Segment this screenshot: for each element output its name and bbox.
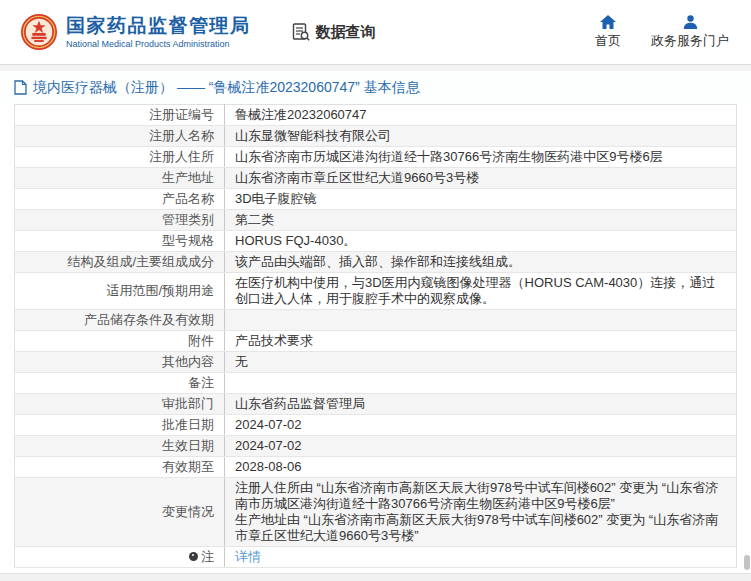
row-value: 该产品由头端部、插入部、操作部和连接线组成。 <box>225 252 737 273</box>
table-row: 注详情 <box>15 547 737 568</box>
row-label: 注 <box>15 547 225 568</box>
agency-name-en: National Medical Products Administration <box>66 39 251 49</box>
nav-home-label: 首页 <box>595 32 621 50</box>
table-row: 备注 <box>15 373 737 394</box>
row-label: 其他内容 <box>15 352 225 373</box>
row-label: 审批部门 <box>15 394 225 415</box>
row-value: 山东省济南市历城区港沟街道经十路30766号济南生物医药港中区9号楼6层 <box>225 147 737 168</box>
row-value: 山东省药品监督管理局 <box>225 394 737 415</box>
row-label: 生产地址 <box>15 168 225 189</box>
row-value: 注册人住所由 “山东省济南市高新区天辰大街978号中试车间楼602” 变更为 “… <box>225 478 737 547</box>
table-row: 产品名称3D电子腹腔镜 <box>15 189 737 210</box>
table-row: 型号规格HORUS FQJ-4030。 <box>15 231 737 252</box>
table-row: 管理类别第二类 <box>15 210 737 231</box>
table-row: 注册证编号鲁械注准20232060747 <box>15 105 737 126</box>
table-row: 有效期至2028-08-06 <box>15 457 737 478</box>
row-value: 山东省济南市章丘区世纪大道9660号3号楼 <box>225 168 737 189</box>
nav-home[interactable]: 首页 <box>595 15 621 50</box>
row-label: 变更情况 <box>15 478 225 547</box>
table-row: 产品储存条件及有效期 <box>15 310 737 331</box>
table-row: 注册人名称山东显微智能科技有限公司 <box>15 126 737 147</box>
row-value: 3D电子腹腔镜 <box>225 189 737 210</box>
registration-table-wrap: 注册证编号鲁械注准20232060747注册人名称山东显微智能科技有限公司注册人… <box>14 104 737 568</box>
table-row: 审批部门山东省药品监督管理局 <box>15 394 737 415</box>
row-label: 备注 <box>15 373 225 394</box>
row-value: HORUS FQJ-4030。 <box>225 231 737 252</box>
row-label: 生效日期 <box>15 436 225 457</box>
table-body: 注册证编号鲁械注准20232060747注册人名称山东显微智能科技有限公司注册人… <box>15 105 737 568</box>
home-icon <box>600 15 616 29</box>
table-row: 其他内容无 <box>15 352 737 373</box>
row-label: 注册人名称 <box>15 126 225 147</box>
row-label: 管理类别 <box>15 210 225 231</box>
document-search-icon <box>291 22 311 42</box>
agency-logo: 国家药品监督管理局 National Medical Products Admi… <box>20 13 251 51</box>
row-value: 产品技术要求 <box>225 331 737 352</box>
row-value: 山东显微智能科技有限公司 <box>225 126 737 147</box>
document-icon <box>14 80 27 95</box>
table-row: 结构及组成/主要组成成分该产品由头端部、插入部、操作部和连接线组成。 <box>15 252 737 273</box>
data-query-label: 数据查询 <box>316 23 376 42</box>
table-row: 适用范围/预期用途在医疗机构中使用，与3D医用内窥镜图像处理器（HORUS CA… <box>15 273 737 310</box>
row-value <box>225 373 737 394</box>
agency-name-cn: 国家药品监督管理局 <box>66 15 251 37</box>
table-row: 附件产品技术要求 <box>15 331 737 352</box>
header-nav: 首页 政务服务门户 <box>595 15 735 50</box>
row-value: 2024-07-02 <box>225 415 737 436</box>
row-value: 第二类 <box>225 210 737 231</box>
table-row: 变更情况注册人住所由 “山东省济南市高新区天辰大街978号中试车间楼602” 变… <box>15 478 737 547</box>
row-label: 结构及组成/主要组成成分 <box>15 252 225 273</box>
table-row: 生效日期2024-07-02 <box>15 436 737 457</box>
row-value <box>225 310 737 331</box>
row-label: 适用范围/预期用途 <box>15 273 225 310</box>
scrollbar-thumb[interactable] <box>744 555 750 570</box>
registration-table: 注册证编号鲁械注准20232060747注册人名称山东显微智能科技有限公司注册人… <box>14 104 737 568</box>
breadcrumb-text: 境内医疗器械（注册） —— “鲁械注准20232060747” 基本信息 <box>33 79 420 97</box>
site-header: 国家药品监督管理局 National Medical Products Admi… <box>0 0 751 65</box>
national-emblem-icon <box>20 13 58 51</box>
row-label: 注册证编号 <box>15 105 225 126</box>
row-label: 产品名称 <box>15 189 225 210</box>
page-bottom-strip <box>0 573 751 581</box>
row-label: 型号规格 <box>15 231 225 252</box>
table-row: 生产地址山东省济南市章丘区世纪大道9660号3号楼 <box>15 168 737 189</box>
breadcrumb: 境内医疗器械（注册） —— “鲁械注准20232060747” 基本信息 <box>0 71 751 104</box>
row-label: 注册人住所 <box>15 147 225 168</box>
row-value: 详情 <box>225 547 737 568</box>
agency-title-block: 国家药品监督管理局 National Medical Products Admi… <box>66 15 251 49</box>
data-query-button[interactable]: 数据查询 <box>291 22 376 42</box>
note-icon <box>189 552 198 561</box>
table-row: 批准日期2024-07-02 <box>15 415 737 436</box>
row-label: 附件 <box>15 331 225 352</box>
row-value: 无 <box>225 352 737 373</box>
row-value: 在医疗机构中使用，与3D医用内窥镜图像处理器（HORUS CAM-4030）连接… <box>225 273 737 310</box>
row-value: 2024-07-02 <box>225 436 737 457</box>
row-label: 有效期至 <box>15 457 225 478</box>
row-label: 产品储存条件及有效期 <box>15 310 225 331</box>
row-value: 鲁械注准20232060747 <box>225 105 737 126</box>
nav-gov-portal[interactable]: 政务服务门户 <box>651 15 729 50</box>
row-value: 2028-08-06 <box>225 457 737 478</box>
nav-gov-portal-label: 政务服务门户 <box>651 32 729 50</box>
row-label: 批准日期 <box>15 415 225 436</box>
table-row: 注册人住所山东省济南市历城区港沟街道经十路30766号济南生物医药港中区9号楼6… <box>15 147 737 168</box>
person-icon <box>683 15 698 29</box>
detail-link[interactable]: 详情 <box>235 549 261 564</box>
